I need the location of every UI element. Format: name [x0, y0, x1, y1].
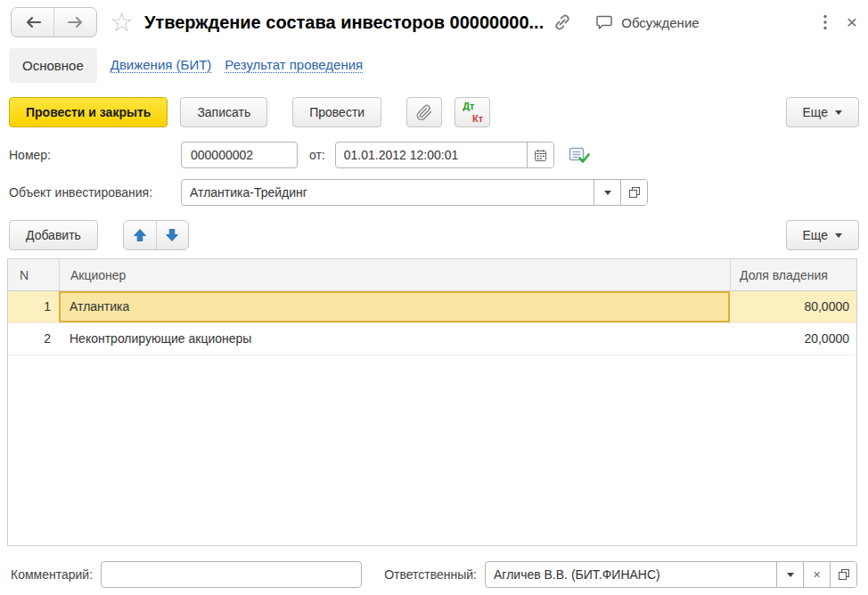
- dt-kt-button[interactable]: Дт Кт: [454, 97, 490, 127]
- discussion-button[interactable]: Обсуждение: [595, 14, 699, 31]
- column-header-shareholder[interactable]: Акционер: [59, 259, 730, 290]
- arrow-left-icon: [24, 16, 42, 29]
- more-menu-icon[interactable]: [818, 14, 832, 30]
- cell-shareholder[interactable]: Неконтролирующие акционеры: [59, 323, 730, 355]
- favorite-star-icon[interactable]: ☆: [110, 9, 134, 36]
- number-input[interactable]: [181, 142, 298, 168]
- shareholders-table-body: 1Атлантика80,00002Неконтролирующие акцио…: [8, 291, 856, 355]
- post-button[interactable]: Провести: [292, 97, 381, 127]
- tab-movements-bit[interactable]: Движения (БИТ): [111, 57, 212, 73]
- tab-posting-result[interactable]: Результат проведения: [225, 57, 363, 73]
- table-row[interactable]: 2Неконтролирующие акционеры20,0000: [8, 323, 856, 355]
- open-item-icon: [838, 568, 850, 581]
- comment-label: Комментарий:: [11, 567, 93, 582]
- cell-ownership-share[interactable]: 20,0000: [730, 323, 856, 355]
- cell-ownership-share[interactable]: 80,0000: [730, 291, 856, 322]
- forward-button[interactable]: [53, 8, 96, 37]
- arrow-up-icon: [133, 228, 147, 242]
- table-row[interactable]: 1Атлантика80,0000: [8, 291, 856, 323]
- investment-object-open-button[interactable]: [620, 180, 647, 205]
- date-prefix-label: от:: [309, 148, 325, 162]
- command-bar: Провести и закрыть Записать Провести Дт …: [0, 93, 868, 132]
- cell-row-number: 2: [8, 323, 59, 355]
- column-header-n[interactable]: N: [8, 259, 59, 290]
- calendar-button[interactable]: [527, 143, 553, 167]
- shareholders-table: N Акционер Доля владения 1Атлантика80,00…: [7, 258, 857, 546]
- responsible-clear-button[interactable]: ×: [803, 562, 830, 587]
- responsible-field-group: ×: [485, 561, 857, 588]
- column-header-share[interactable]: Доля владения: [730, 259, 856, 290]
- responsible-input[interactable]: [486, 562, 776, 587]
- write-button[interactable]: Записать: [180, 97, 267, 127]
- nav-history-group: [11, 7, 97, 37]
- date-input[interactable]: [336, 143, 527, 167]
- responsible-dropdown-button[interactable]: [776, 562, 803, 587]
- attachments-button[interactable]: [406, 97, 442, 127]
- more-label: Еще: [803, 105, 829, 119]
- responsible-open-button[interactable]: [830, 562, 856, 587]
- vertical-dots-icon: [823, 14, 827, 30]
- number-row: Номер: от:: [0, 142, 868, 168]
- investment-object-dropdown-button[interactable]: [594, 180, 620, 205]
- back-button[interactable]: [12, 8, 53, 37]
- tab-bar: Основное Движения (БИТ) Результат провед…: [0, 46, 868, 84]
- open-item-icon: [628, 186, 641, 199]
- post-and-close-button[interactable]: Провести и закрыть: [9, 97, 168, 127]
- table-header: N Акционер Доля владения: [8, 259, 856, 291]
- more-label: Еще: [803, 228, 829, 242]
- chevron-down-icon: [787, 573, 794, 577]
- close-icon[interactable]: ×: [847, 13, 857, 31]
- investment-object-label: Объект инвестирования:: [9, 185, 181, 200]
- cell-row-number: 1: [8, 291, 59, 322]
- titlebar: ☆ Утверждение состава инвесторов 0000000…: [0, 0, 868, 45]
- more-button-top[interactable]: Еще: [786, 97, 860, 127]
- cell-shareholder[interactable]: Атлантика: [59, 291, 730, 322]
- page-title: Утверждение состава инвесторов 00000000.…: [144, 12, 544, 33]
- dt-label: Дт: [463, 101, 474, 111]
- arrow-right-icon: [67, 16, 85, 29]
- document-window: ☆ Утверждение состава инвесторов 0000000…: [0, 0, 868, 595]
- chevron-down-icon: [604, 191, 611, 195]
- table-toolbar: Добавить Еще: [0, 217, 868, 253]
- discussion-label: Обсуждение: [621, 15, 699, 30]
- chain-icon: [553, 12, 572, 32]
- footer-bar: Комментарий: Ответственный: ×: [0, 559, 868, 590]
- chevron-down-icon: [835, 233, 842, 238]
- date-field-group: [335, 142, 554, 168]
- arrow-down-icon: [165, 228, 179, 242]
- investment-object-input[interactable]: [182, 180, 594, 205]
- investment-object-field-group: [181, 179, 648, 206]
- more-button-table[interactable]: Еще: [786, 220, 860, 250]
- calendar-icon: [534, 149, 547, 162]
- investment-object-row: Объект инвестирования:: [0, 179, 868, 206]
- paperclip-icon: [415, 103, 433, 121]
- get-link-icon[interactable]: [553, 12, 572, 32]
- move-row-up-button[interactable]: [124, 221, 156, 249]
- kt-label: Кт: [472, 113, 483, 124]
- responsible-label: Ответственный:: [384, 567, 477, 582]
- chevron-down-icon: [835, 110, 842, 115]
- document-posted-icon: [569, 146, 590, 165]
- move-row-down-button[interactable]: [156, 221, 188, 249]
- add-row-button[interactable]: Добавить: [9, 220, 98, 250]
- number-label: Номер:: [9, 148, 181, 162]
- speech-bubble-icon: [595, 14, 613, 31]
- tab-main[interactable]: Основное: [9, 48, 97, 83]
- comment-input[interactable]: [101, 561, 362, 588]
- move-row-group: [123, 220, 189, 250]
